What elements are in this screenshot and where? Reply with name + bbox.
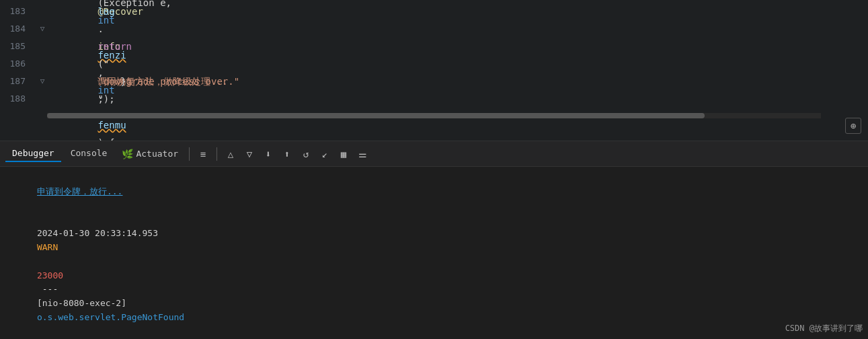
gutter-187: ▽ [34, 73, 47, 90]
tab-actuator-label: Actuator [136, 149, 178, 159]
toolbar-divider [189, 147, 190, 161]
toolbar-btn-up-2[interactable]: ⬆ [279, 146, 295, 162]
line-number-184: 184 [0, 20, 34, 38]
code-line-187: 187 ▽ } [0, 73, 868, 90]
kw-return: return [97, 41, 132, 52]
gutter-184: ▽ [34, 20, 47, 38]
log-pid-1: 23000 [37, 270, 63, 280]
toolbar-btn-menu[interactable]: ⚌ [354, 146, 370, 162]
log-spaces [37, 326, 106, 336]
toolbar-btn-down-1[interactable]: ▽ [241, 146, 258, 162]
log-thread-1: [nio-8080-exec-2] [37, 298, 132, 308]
collapse-icon-187[interactable]: ▽ [40, 73, 45, 90]
panel-toolbar: Debugger Console 🌿 Actuator ≡ △ ▽ ⬇ ⬆ ↺ … [0, 141, 868, 167]
tab-debugger[interactable]: Debugger [5, 145, 61, 162]
closing-brace: } [97, 76, 126, 87]
log-line-warn: 2024-01-30 20:33:14.953 WARN 23000 --- [… [5, 213, 863, 339]
line-number-186: 186 [0, 55, 34, 73]
indent [97, 24, 143, 34]
code-line-188: 188 [0, 90, 868, 108]
scrollbar-thumb[interactable] [47, 113, 705, 118]
log-space [37, 256, 42, 266]
bottom-panel: Debugger Console 🌿 Actuator ≡ △ ▽ ⬇ ⬆ ↺ … [0, 141, 868, 339]
log-line-link: 申请到令牌，放行... [5, 171, 863, 213]
tab-console[interactable]: Console [64, 145, 114, 162]
log-class-1: o.s.web.servlet.PageNotFound [37, 312, 184, 322]
expand-button[interactable]: ⊕ [845, 118, 861, 134]
toolbar-btn-corner[interactable]: ↙ [317, 146, 333, 162]
horizontal-scrollbar[interactable] [47, 113, 821, 118]
log-timestamp-1: 2024-01-30 20:33:14.953 [37, 228, 169, 238]
collapse-icon-184[interactable]: ▽ [40, 20, 45, 38]
console-output[interactable]: 申请到令牌，放行... 2024-01-30 20:33:14.953 WARN… [0, 167, 868, 339]
tab-actuator[interactable]: 🌿 Actuator [116, 146, 184, 162]
code-editor: 183 @Recover 184 ▽ public String testRec… [0, 0, 868, 141]
log-level-warn: WARN [37, 242, 58, 252]
log-dash: --- [37, 284, 63, 294]
line-number-188: 188 [0, 90, 34, 108]
log-link-text[interactable]: 申请到令牌，放行... [37, 186, 122, 196]
line-number-187: 187 [0, 73, 34, 90]
line-number-185: 185 [0, 38, 34, 55]
toolbar-btn-grid[interactable]: ▦ [336, 146, 352, 162]
toolbar-btn-up[interactable]: △ [223, 146, 239, 162]
toolbar-btn-refresh[interactable]: ↺ [298, 146, 314, 162]
code-lines: 183 @Recover 184 ▽ public String testRec… [0, 0, 868, 110]
paren-close: ) { [97, 137, 114, 141]
actuator-icon: 🌿 [122, 149, 133, 159]
toolbar-btn-list[interactable]: ≡ [195, 146, 211, 162]
line-number-183: 183 [0, 3, 34, 20]
csdn-watermark: CSDN @故事讲到了哪 [785, 322, 863, 335]
toolbar-btn-down-2[interactable]: ⬇ [260, 146, 276, 162]
toolbar-divider-2 [216, 147, 217, 161]
